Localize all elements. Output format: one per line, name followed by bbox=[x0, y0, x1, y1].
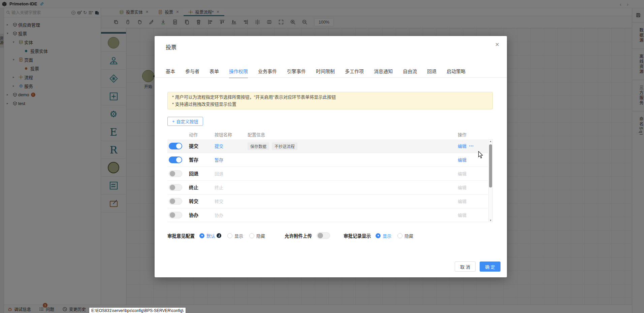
add-custom-button[interactable]: + 自定义按钮 bbox=[167, 117, 203, 126]
record-radio-unselected[interactable] bbox=[397, 233, 402, 238]
edit-link: 编辑 bbox=[458, 181, 466, 195]
attachment-toggle[interactable] bbox=[317, 232, 330, 239]
record-radio-label: 隐藏 bbox=[405, 233, 413, 239]
button-table-header: 动作按钮名称配置信息操作 bbox=[167, 130, 488, 139]
notice-line: * 支持通过拖拽改变按钮显示位置 bbox=[172, 101, 488, 108]
button-table-row: 协办协办编辑 bbox=[167, 208, 488, 222]
edit-link[interactable]: 编辑 bbox=[458, 153, 466, 167]
dialog-tab[interactable]: 引擎事件 bbox=[287, 68, 306, 78]
action-label: 回退 bbox=[189, 167, 198, 181]
action-label: 暂存 bbox=[189, 153, 198, 167]
dialog-tab[interactable]: 多工作项 bbox=[345, 68, 364, 78]
toggle-off[interactable] bbox=[169, 198, 182, 205]
table-column-header: 操作 bbox=[458, 131, 466, 138]
button-name-link: 终止 bbox=[215, 181, 223, 195]
dialog-title: 投票 bbox=[166, 43, 176, 51]
table-column-header: 按钮名称 bbox=[215, 131, 232, 138]
opinion-radio-label: 显示 bbox=[234, 233, 243, 239]
toggle-knob bbox=[176, 157, 182, 163]
toggle-off[interactable] bbox=[169, 170, 182, 177]
edit-link: 编辑 bbox=[458, 167, 466, 181]
ide-screen: Primeton-IDE ‹ › 资源 AI↻ ▸供应商管理▾投票▾实体投票实体… bbox=[0, 0, 644, 313]
button-table-row: 终止终止编辑 bbox=[167, 181, 488, 195]
config-tag: 保存数据 bbox=[248, 142, 269, 150]
scroll-down-icon[interactable]: ▼ bbox=[489, 219, 492, 221]
dialog-tabs: 基本参与者表单操作权限业务事件引擎事件时间限制多工作项消息通知自由流回退启动策略 bbox=[166, 68, 465, 78]
dialog-tab[interactable]: 消息通知 bbox=[374, 68, 393, 78]
button-table-row: 暂存暂存编辑 bbox=[167, 153, 488, 167]
toggle-knob bbox=[170, 199, 175, 204]
opinion-radio-unselected[interactable] bbox=[249, 233, 254, 238]
record-radio-label: 显示 bbox=[383, 233, 391, 239]
vote-settings-dialog: 投票 ✕ 基本参与者表单操作权限业务事件引擎事件时间限制多工作项消息通知自由流回… bbox=[155, 36, 507, 277]
opinion-radio-label: 默认 bbox=[206, 233, 215, 239]
attachment-label: 允许附件上传 bbox=[285, 232, 312, 239]
dialog-tab[interactable]: 启动策略 bbox=[447, 68, 465, 78]
opinion-radio-unselected[interactable] bbox=[227, 233, 232, 238]
mouse-cursor bbox=[478, 151, 484, 160]
dialog-tab[interactable]: 参与者 bbox=[185, 68, 199, 78]
more-actions-icon[interactable]: ••• bbox=[469, 139, 474, 153]
config-tag: 不抄送流程 bbox=[272, 142, 297, 150]
button-table-row: 转交转交编辑 bbox=[167, 195, 488, 208]
dialog-tab[interactable]: 时间限制 bbox=[316, 68, 335, 78]
close-icon[interactable]: ✕ bbox=[495, 41, 500, 48]
button-name-link[interactable]: 提交 bbox=[215, 139, 223, 153]
action-label: 转交 bbox=[189, 195, 198, 208]
config-tags: 保存数据不抄送流程 bbox=[248, 139, 297, 153]
button-name-link: 回退 bbox=[215, 167, 223, 181]
action-label: 协办 bbox=[189, 208, 198, 222]
button-table-body: 提交提交保存数据不抄送流程编辑•••暂存暂存编辑回退回退编辑终止终止编辑转交转交… bbox=[167, 139, 488, 222]
cancel-button[interactable]: 取 消 bbox=[455, 262, 476, 272]
edit-link: 编辑 bbox=[458, 208, 466, 222]
edit-link: 编辑 bbox=[458, 195, 466, 208]
toggle-knob bbox=[176, 143, 182, 149]
table-column-header: 动作 bbox=[189, 131, 198, 138]
record-label: 审批记录显示 bbox=[344, 232, 371, 239]
dialog-tab[interactable]: 回退 bbox=[427, 68, 437, 78]
toggle-off[interactable] bbox=[169, 184, 182, 191]
dialog-footer: 取 消 确 定 bbox=[455, 262, 501, 272]
dialog-tab[interactable]: 基本 bbox=[166, 68, 175, 78]
plus-icon: + bbox=[172, 119, 175, 124]
table-scrollbar[interactable]: ▲ ▼ bbox=[488, 139, 493, 222]
ok-button[interactable]: 确 定 bbox=[480, 262, 501, 272]
toggle-on[interactable] bbox=[169, 143, 182, 149]
notice-box: * 用户可以为流程指定环节选择所需按钮，"开关启用"表示对应环节表单将显示此按钮… bbox=[167, 92, 493, 109]
toggle-knob bbox=[318, 233, 323, 238]
button-table-row: 回退回退编辑 bbox=[167, 167, 488, 181]
button-name-link: 协办 bbox=[215, 208, 223, 222]
table-column-header: 配置信息 bbox=[248, 131, 265, 138]
button-table-row: 提交提交保存数据不抄送流程编辑••• bbox=[167, 139, 488, 153]
toggle-knob bbox=[170, 171, 175, 176]
approval-options-row: 审批意见配置默认i显示隐藏允许附件上传审批记录显示显示隐藏 bbox=[167, 231, 493, 241]
opinion-radio-label: 隐藏 bbox=[256, 233, 265, 239]
path-tooltip: E:\EOS831\server\bps\config\BPS-SERVER\c… bbox=[89, 307, 186, 313]
notice-line: * 用户可以为流程指定环节选择所需按钮，"开关启用"表示对应环节表单将显示此按钮 bbox=[172, 94, 488, 101]
toggle-knob bbox=[170, 212, 175, 218]
dialog-tab[interactable]: 自由流 bbox=[403, 68, 417, 78]
button-name-link[interactable]: 暂存 bbox=[215, 153, 223, 167]
toggle-on[interactable] bbox=[169, 156, 182, 163]
scroll-up-icon[interactable]: ▲ bbox=[489, 140, 492, 142]
record-radio-selected[interactable] bbox=[376, 233, 381, 238]
toggle-off[interactable] bbox=[169, 212, 182, 218]
button-name-link: 转交 bbox=[215, 195, 223, 208]
opinion-label: 审批意见配置 bbox=[167, 232, 195, 239]
edit-link[interactable]: 编辑 bbox=[458, 139, 466, 153]
add-custom-button-label: 自定义按钮 bbox=[176, 118, 198, 125]
action-label: 提交 bbox=[189, 139, 198, 153]
info-icon[interactable]: i bbox=[217, 233, 221, 238]
dialog-tab[interactable]: 业务事件 bbox=[258, 68, 277, 78]
tabs-divider bbox=[155, 77, 507, 78]
opinion-radio-selected[interactable] bbox=[199, 233, 204, 238]
action-label: 终止 bbox=[189, 181, 198, 195]
dialog-tab[interactable]: 表单 bbox=[210, 68, 219, 78]
scrollbar-thumb[interactable] bbox=[489, 144, 492, 187]
toggle-knob bbox=[170, 185, 175, 190]
dialog-tab[interactable]: 操作权限 bbox=[229, 68, 248, 78]
